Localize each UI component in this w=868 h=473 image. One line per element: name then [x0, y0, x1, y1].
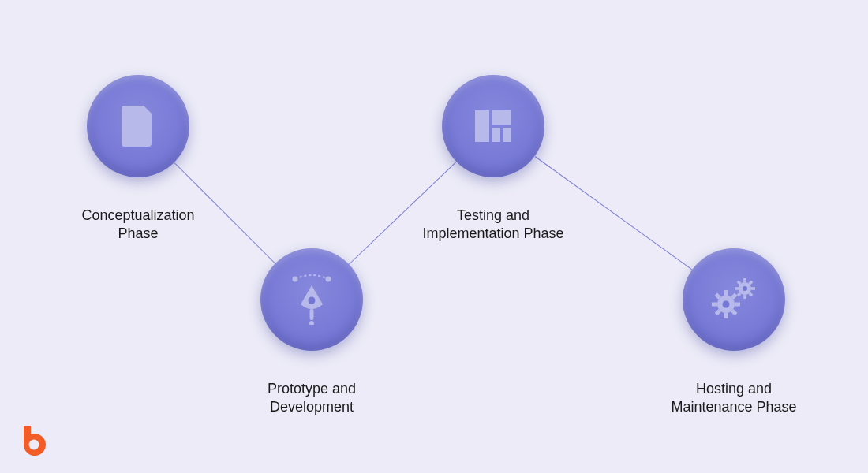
node-testing	[442, 75, 544, 177]
dashboard-icon	[475, 110, 511, 142]
svg-point-20	[743, 286, 747, 291]
svg-rect-22	[743, 295, 746, 299]
node-prototype	[260, 248, 363, 351]
svg-point-10	[723, 301, 730, 308]
label-testing: Testing andImplementation Phase	[406, 207, 580, 242]
label-conceptualization: ConceptualizationPhase	[51, 207, 225, 242]
label-text: Testing andImplementation Phase	[422, 207, 563, 241]
label-prototype: Prototype andDevelopment	[225, 380, 398, 415]
document-icon	[122, 106, 155, 147]
svg-rect-12	[724, 313, 728, 318]
label-text: ConceptualizationPhase	[81, 207, 194, 241]
svg-rect-6	[492, 110, 511, 125]
brand-logo	[16, 423, 52, 459]
svg-rect-7	[492, 128, 500, 142]
svg-rect-3	[310, 309, 314, 320]
node-hosting	[683, 248, 785, 351]
svg-rect-5	[475, 110, 489, 142]
svg-point-4	[309, 321, 314, 325]
svg-rect-21	[743, 278, 746, 282]
svg-rect-23	[735, 287, 739, 290]
svg-point-29	[29, 440, 39, 450]
svg-rect-8	[503, 128, 511, 142]
svg-rect-24	[751, 287, 755, 290]
svg-point-2	[309, 297, 316, 304]
svg-rect-11	[724, 290, 728, 296]
label-text: Prototype andDevelopment	[268, 381, 356, 415]
label-hosting: Hosting andMaintenance Phase	[647, 380, 821, 415]
svg-rect-14	[735, 303, 740, 307]
svg-rect-13	[712, 303, 717, 307]
gears-icon	[710, 277, 758, 322]
node-conceptualization	[87, 75, 189, 177]
pen-icon	[290, 274, 333, 325]
label-text: Hosting andMaintenance Phase	[671, 381, 796, 415]
